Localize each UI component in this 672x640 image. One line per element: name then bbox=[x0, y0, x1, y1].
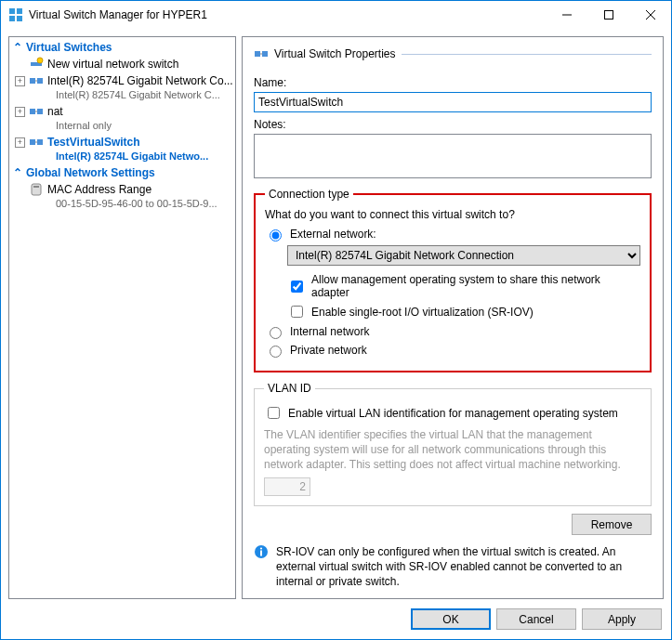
tree-item-intel-switch[interactable]: + Intel(R) 82574L Gigabit Network Co... … bbox=[9, 72, 235, 103]
vlan-group: VLAN ID Enable virtual LAN identificatio… bbox=[254, 382, 652, 506]
svg-rect-2 bbox=[9, 16, 15, 21]
notes-textarea[interactable] bbox=[254, 134, 652, 178]
private-network-label: Private network bbox=[290, 344, 367, 357]
dialog-footer: OK Cancel Apply bbox=[8, 605, 664, 632]
tree-item-testvirtualswitch[interactable]: + TestVirtualSwitch Intel(R) 82574L Giga… bbox=[9, 134, 235, 164]
close-button[interactable] bbox=[629, 2, 671, 29]
switch-icon bbox=[29, 104, 44, 119]
properties-panel: Virtual Switch Properties Name: Notes: C… bbox=[242, 36, 664, 599]
svg-rect-11 bbox=[37, 78, 43, 84]
svg-rect-3 bbox=[17, 16, 22, 21]
collapse-icon: ⌃ bbox=[13, 41, 22, 54]
cancel-button[interactable]: Cancel bbox=[496, 608, 576, 630]
svg-rect-25 bbox=[260, 551, 262, 556]
collapse-icon: ⌃ bbox=[13, 166, 22, 179]
svg-point-9 bbox=[37, 58, 43, 63]
svg-rect-1 bbox=[17, 8, 22, 14]
svg-rect-0 bbox=[9, 8, 15, 14]
switch-icon bbox=[29, 135, 44, 150]
new-switch-icon bbox=[29, 57, 44, 72]
expand-icon[interactable]: + bbox=[15, 107, 25, 117]
svg-rect-16 bbox=[30, 139, 35, 145]
svg-rect-21 bbox=[255, 51, 260, 57]
connection-type-legend: Connection type bbox=[265, 188, 353, 201]
switch-name-input[interactable] bbox=[254, 92, 652, 112]
switch-tree[interactable]: ⌃ Virtual Switches New virtual network s… bbox=[8, 36, 236, 599]
switch-icon bbox=[29, 73, 44, 88]
svg-rect-19 bbox=[32, 184, 41, 195]
svg-rect-22 bbox=[262, 51, 268, 57]
svg-rect-14 bbox=[37, 109, 43, 114]
vlan-enable-checkbox[interactable] bbox=[268, 407, 280, 419]
mac-icon bbox=[29, 182, 44, 197]
vlan-help-text: The VLAN identifier specifies the virtua… bbox=[264, 427, 641, 472]
virtual-switch-manager-window: Virtual Switch Manager for HYPER1 ⌃ Virt… bbox=[0, 0, 672, 640]
window-title: Virtual Switch Manager for HYPER1 bbox=[29, 8, 546, 21]
titlebar: Virtual Switch Manager for HYPER1 bbox=[1, 1, 671, 29]
tree-group-global-settings[interactable]: ⌃ Global Network Settings bbox=[9, 164, 235, 181]
tree-item-mac-range[interactable]: MAC Address Range 00-15-5D-95-46-00 to 0… bbox=[9, 181, 235, 212]
private-network-radio[interactable] bbox=[270, 346, 282, 358]
svg-rect-10 bbox=[30, 78, 35, 84]
svg-rect-17 bbox=[37, 139, 43, 145]
name-label: Name: bbox=[254, 76, 652, 89]
minimize-button[interactable] bbox=[546, 2, 587, 29]
vlan-enable-label: Enable virtual LAN identification for ma… bbox=[288, 407, 618, 420]
sriov-info: SR-IOV can only be configured when the v… bbox=[254, 544, 652, 589]
expand-icon[interactable]: + bbox=[15, 137, 25, 148]
sriov-label: Enable single-root I/O virtualization (S… bbox=[311, 306, 534, 319]
svg-rect-5 bbox=[604, 11, 613, 20]
app-icon bbox=[8, 7, 23, 22]
svg-rect-20 bbox=[33, 186, 39, 188]
connection-question: What do you want to connect this virtual… bbox=[265, 208, 640, 221]
expand-icon[interactable]: + bbox=[15, 76, 25, 86]
internal-network-radio[interactable] bbox=[270, 327, 282, 339]
external-adapter-select[interactable]: Intel(R) 82574L Gigabit Network Connecti… bbox=[287, 245, 640, 266]
notes-label: Notes: bbox=[254, 118, 652, 131]
external-network-label: External network: bbox=[290, 228, 376, 241]
connection-type-group: Connection type What do you want to conn… bbox=[254, 188, 652, 372]
tree-group-virtual-switches[interactable]: ⌃ Virtual Switches bbox=[9, 39, 235, 56]
internal-network-label: Internal network bbox=[290, 325, 369, 338]
svg-point-26 bbox=[260, 547, 262, 549]
info-icon bbox=[254, 544, 269, 559]
sriov-checkbox[interactable] bbox=[291, 306, 303, 318]
tree-item-nat-switch[interactable]: + nat Internal only bbox=[9, 103, 235, 134]
maximize-button[interactable] bbox=[587, 2, 629, 29]
svg-rect-13 bbox=[30, 109, 35, 114]
external-network-radio[interactable] bbox=[270, 229, 282, 242]
tree-item-new-switch[interactable]: New virtual network switch bbox=[9, 56, 235, 72]
ok-button[interactable]: OK bbox=[411, 608, 491, 630]
switch-icon bbox=[254, 46, 269, 61]
allow-mgmt-checkbox[interactable] bbox=[291, 281, 303, 293]
allow-mgmt-label: Allow management operating system to sha… bbox=[311, 273, 640, 299]
properties-heading: Virtual Switch Properties bbox=[254, 46, 652, 61]
vlan-legend: VLAN ID bbox=[264, 382, 315, 395]
apply-button[interactable]: Apply bbox=[582, 608, 662, 630]
remove-button[interactable]: Remove bbox=[572, 514, 652, 535]
vlan-id-input bbox=[264, 477, 310, 496]
